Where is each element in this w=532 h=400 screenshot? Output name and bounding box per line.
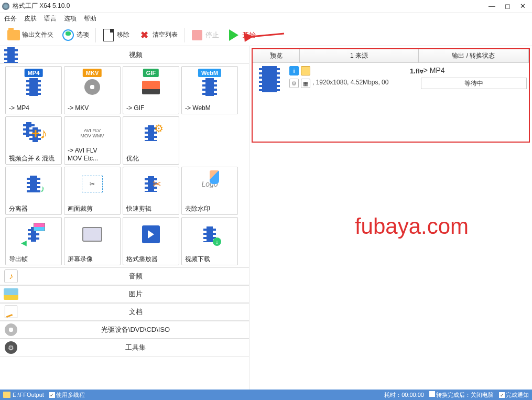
video-grid: MP4-> MP4 MKV-> MKV GIF-> GIF WebM-> Web… (0, 64, 249, 267)
range-icon[interactable]: ▦ (301, 79, 310, 88)
minimize-button[interactable]: ― (488, 2, 495, 10)
start-button[interactable]: 开始 (224, 28, 259, 42)
open-folder-icon[interactable] (301, 66, 310, 75)
quick-edit[interactable]: ✂快速剪辑 (123, 167, 179, 215)
output-folder-label: 输出文件夹 (22, 30, 53, 39)
notify-checkbox[interactable]: ✓完成通知 (499, 391, 529, 399)
category-image-label: 图片 (22, 289, 249, 299)
close-button[interactable]: ✕ (520, 2, 526, 10)
video-download[interactable]: ↓视频下载 (181, 217, 238, 265)
clear-icon: ✖ (138, 29, 150, 41)
task-thumbnail (259, 66, 285, 94)
download-label: 视频下载 (185, 255, 210, 263)
mkv-label: -> MKV (68, 104, 89, 112)
header-preview[interactable]: 预览 (253, 49, 300, 62)
crop[interactable]: ✂画面裁剪 (64, 167, 121, 215)
output-path: E:\FFOutput (13, 392, 44, 398)
task-row[interactable]: i ⚙ ▦ , 1920x1080, 4.52Mbps, 00 1.flv ->… (253, 63, 529, 98)
audio-icon: ♪ (2, 269, 20, 284)
category-audio-label: 音频 (22, 272, 249, 281)
statusbar: E:\FFOutput ✓使用多线程 耗时：00:00:00 转换完成后：关闭电… (0, 390, 532, 400)
window-title: 格式工厂 X64 5.10.0 (13, 2, 488, 10)
category-image[interactable]: 图片 (0, 285, 249, 303)
options-label: 选项 (77, 30, 89, 39)
menu-task[interactable]: 任务 (4, 14, 17, 23)
header-status[interactable]: 输出 / 转换状态 (419, 49, 529, 62)
menu-lang[interactable]: 语言 (44, 14, 57, 23)
screen-record[interactable]: 屏幕录像 (64, 217, 121, 265)
globe-icon (62, 29, 74, 41)
left-pane: 视频 MP4-> MP4 MKV-> MKV GIF-> GIF WebM-> … (0, 46, 249, 390)
settings-icon[interactable]: ⚙ (289, 79, 299, 88)
task-output: -> MP4 等待中 (417, 66, 527, 94)
category-disc[interactable]: 光驱设备\DVD\CD\ISO (0, 321, 249, 339)
toolbar-separator (184, 28, 184, 42)
category-toolkit[interactable]: ⚙ 工具集 (0, 339, 249, 356)
app-icon (2, 3, 9, 10)
category-toolkit-label: 工具集 (22, 343, 249, 352)
category-document-label: 文档 (22, 307, 249, 317)
category-document[interactable]: 文档 (0, 303, 249, 321)
folder-icon (3, 392, 10, 398)
remove-button[interactable]: 移除 (99, 28, 133, 42)
toolkit-icon: ⚙ (2, 340, 20, 355)
folder-icon (7, 29, 20, 41)
multithread-checkbox[interactable]: ✓使用多线程 (49, 391, 85, 399)
menu-options[interactable]: 选项 (64, 14, 77, 23)
task-details: i ⚙ ▦ , 1920x1080, 4.52Mbps, 00 (289, 66, 417, 94)
clear-list-button[interactable]: ✖ 清空列表 (135, 28, 181, 42)
menu-help[interactable]: 帮助 (84, 14, 96, 23)
convert-gif[interactable]: GIF-> GIF (123, 66, 179, 114)
menubar: 任务 皮肤 语言 选项 帮助 (0, 13, 532, 24)
video-merge[interactable]: +♪视频合并 & 混流 (5, 116, 62, 165)
delogo-label: 去除水印 (185, 205, 210, 212)
gif-label: -> GIF (126, 104, 144, 112)
category-video-label: 视频 (22, 50, 249, 60)
export-frame[interactable]: ◀导出帧 (5, 217, 62, 265)
convert-webm[interactable]: WebM-> WebM (181, 66, 238, 114)
options-button[interactable]: 选项 (59, 28, 92, 42)
crop-label: 画面裁剪 (68, 205, 93, 212)
splitter[interactable]: ♪分离器 (5, 167, 62, 215)
remove-watermark[interactable]: Logo去除水印 (181, 167, 238, 215)
category-audio[interactable]: ♪ 音频 (0, 267, 249, 285)
task-meta: , 1920x1080, 4.52Mbps, 00 (312, 79, 388, 88)
output-path-button[interactable]: E:\FFOutput (3, 392, 44, 398)
avi-flv-label: -> AVI FLV MOV Etc... (68, 147, 98, 162)
category-video[interactable]: 视频 (0, 46, 249, 64)
info-icon[interactable]: i (289, 66, 299, 75)
shutdown-checkbox[interactable]: 转换完成后：关闭电脑 (429, 391, 494, 399)
output-folder-button[interactable]: 输出文件夹 (4, 28, 57, 42)
highlight-box: 预览 1 来源 输出 / 转换状态 i ⚙ ▦ , 1920x1080, 4.5… (252, 48, 530, 143)
merge-label: 视频合并 & 混流 (9, 155, 55, 162)
task-filename: 1.flv (410, 67, 424, 75)
empty-slot (181, 116, 238, 165)
watermark-text: fubaya.com (291, 214, 532, 239)
optimize-label: 优化 (126, 155, 139, 162)
right-pane: 预览 1 来源 输出 / 转换状态 i ⚙ ▦ , 1920x1080, 4.5… (249, 46, 532, 390)
menu-skin[interactable]: 皮肤 (24, 14, 37, 23)
start-label: 开始 (242, 30, 256, 40)
convert-avi-flv[interactable]: AVI FLVMOV WMV-> AVI FLV MOV Etc... (64, 116, 121, 165)
stop-label: 停止 (205, 30, 219, 40)
header-source[interactable]: 1 来源 (300, 49, 419, 62)
export-frame-label: 导出帧 (9, 255, 28, 263)
convert-mp4[interactable]: MP4-> MP4 (5, 66, 62, 114)
window-controls: ― ◻ ✕ (488, 2, 530, 10)
splitter-label: 分离器 (9, 205, 28, 212)
stop-icon (191, 29, 203, 41)
stop-button[interactable]: 停止 (188, 28, 222, 42)
optimize[interactable]: ⚙优化 (123, 116, 179, 165)
clear-list-label: 清空列表 (153, 30, 178, 39)
task-headers: 预览 1 来源 输出 / 转换状态 (253, 49, 529, 63)
play-icon (227, 29, 240, 41)
maximize-button[interactable]: ◻ (505, 2, 511, 10)
disc-icon (2, 322, 20, 337)
doc-remove-icon (102, 29, 115, 41)
screenrec-label: 屏幕录像 (68, 255, 93, 263)
format-player[interactable]: 格式播放器 (123, 217, 179, 265)
category-disc-label: 光驱设备\DVD\CD\ISO (22, 325, 249, 334)
task-status: 等待中 (421, 78, 527, 89)
convert-mkv[interactable]: MKV-> MKV (64, 66, 121, 114)
titlebar: 格式工厂 X64 5.10.0 ― ◻ ✕ (0, 0, 532, 13)
